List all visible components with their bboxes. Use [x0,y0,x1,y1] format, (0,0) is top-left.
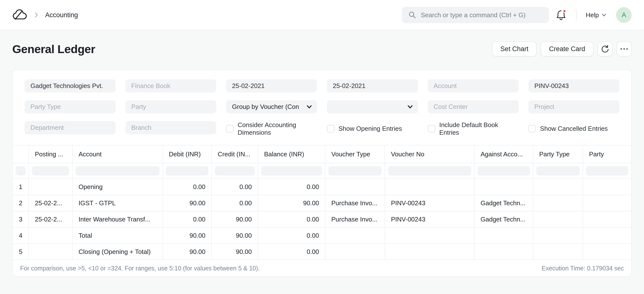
app-logo[interactable] [12,9,28,21]
cell-index: 5 [13,244,29,260]
cell-against-account [474,244,533,260]
col-header-voucher-no[interactable]: Voucher No [385,145,474,163]
cell-voucher-type: Purchase Invo... [325,211,385,227]
checkbox-consider-accounting-dimensions: Consider Accounting Dimensions [226,121,317,136]
cell-account: IGST - GTPL [72,195,163,211]
cell-index: 1 [13,179,29,195]
column-filter-input[interactable] [166,166,208,176]
cell-against-account [474,227,533,244]
cell-party-type [533,211,583,227]
column-filter-row [13,163,631,179]
table-row: 2 25-02-2... IGST - GTPL 90.00 0.00 90.0… [13,195,631,211]
report-footer: For comparison, use >5, <10 or =324. For… [13,260,631,276]
checkbox-show-cancelled-entries: Show Cancelled Entries [528,121,620,136]
cell-posting-date [29,244,72,260]
cell-debit: 90.00 [163,195,212,211]
report-filters: Group by Voucher (Con Consider Accountin… [13,70,631,145]
cell-account: Opening [72,179,163,195]
party-filter[interactable] [126,100,216,113]
company-filter[interactable] [24,79,116,92]
cost-center-filter[interactable] [428,100,519,113]
column-filter-input[interactable] [76,166,160,176]
project-filter[interactable] [528,100,620,113]
department-filter[interactable] [24,121,116,134]
refresh-button[interactable] [597,41,612,57]
column-filter-input[interactable] [16,166,26,176]
chevron-down-icon [601,13,607,17]
cell-against-account: Gadget Techn... [474,195,533,211]
cell-debit: 90.00 [163,227,212,244]
account-filter[interactable] [428,79,519,92]
breadcrumb-item-accounting[interactable]: Accounting [45,11,78,19]
table-header-row: Posting ... Account Debit (INR) Credit (… [13,145,631,163]
cell-credit: 90.00 [212,244,258,260]
column-filter-input[interactable] [586,166,628,176]
checkbox-label: Show Opening Entries [338,125,402,132]
cell-posting-date [29,179,72,195]
checkbox-box[interactable] [528,125,536,132]
checkbox-label: Consider Accounting Dimensions [238,121,317,136]
refresh-icon [600,45,610,53]
col-header-party[interactable]: Party [583,145,631,163]
cell-party [583,179,631,195]
column-filter-input[interactable] [478,166,530,176]
to-date-filter[interactable] [327,79,418,92]
notifications-button[interactable] [556,9,567,21]
cell-debit: 0.00 [163,211,212,227]
cloud-logo-icon [12,9,28,21]
cell-balance: 0.00 [258,211,325,227]
column-filter-input[interactable] [388,166,471,176]
cell-index: 3 [13,211,29,227]
checkbox-box[interactable] [226,125,234,132]
cell-posting-date: 25-02-2... [29,195,72,211]
col-header-party-type[interactable]: Party Type [533,145,583,163]
general-ledger-table: Posting ... Account Debit (INR) Credit (… [13,145,631,260]
voucher-no-filter[interactable] [528,79,620,92]
column-filter-input[interactable] [328,166,382,176]
cell-voucher-type: Purchase Invo... [325,195,385,211]
more-options-button[interactable] [616,41,632,57]
col-header-credit[interactable]: Credit (IN... [212,145,258,163]
cell-against-account: Gadget Techn... [474,211,533,227]
cell-account: Total [72,227,163,244]
cell-balance: 0.00 [258,244,325,260]
from-date-filter[interactable] [226,79,317,92]
avatar[interactable]: A [616,7,632,23]
help-menu[interactable]: Help [586,11,607,19]
set-chart-button[interactable]: Set Chart [492,41,537,57]
col-header-voucher-type[interactable]: Voucher Type [325,145,385,163]
col-header-debit[interactable]: Debit (INR) [163,145,212,163]
cell-account: Closing (Opening + Total) [72,244,163,260]
cell-credit: 0.00 [212,179,258,195]
cell-voucher-no: PINV-00243 [385,211,474,227]
cell-against-account [474,179,533,195]
col-header-against-account[interactable]: Against Acco... [474,145,533,163]
col-header-account[interactable]: Account [72,145,163,163]
column-filter-input[interactable] [215,166,255,176]
global-search-input[interactable]: Search or type a command (Ctrl + G) [402,7,549,23]
col-header-balance[interactable]: Balance (INR) [258,145,325,163]
cell-debit: 90.00 [163,244,212,260]
cell-index: 4 [13,227,29,244]
col-header-posting-date[interactable]: Posting ... [29,145,72,163]
create-card-button[interactable]: Create Card [541,41,594,57]
cell-voucher-no [385,227,474,244]
column-filter-input[interactable] [32,166,69,176]
checkbox-box[interactable] [327,125,334,132]
checkbox-box[interactable] [428,125,436,132]
cell-party [583,227,631,244]
avatar-letter: A [622,11,626,19]
notification-dot [563,9,566,13]
search-icon [408,11,416,19]
page-title: General Ledger [12,42,95,56]
checkbox-show-opening-entries: Show Opening Entries [327,121,418,136]
column-filter-input[interactable] [261,166,322,176]
report-card: Group by Voucher (Con Consider Accountin… [12,70,632,277]
branch-filter[interactable] [126,121,216,134]
column-filter-input[interactable] [536,166,580,176]
group-by-select[interactable]: Group by Voucher (Con [226,100,317,113]
secondary-select[interactable] [327,100,418,113]
finance-book-filter[interactable] [126,79,216,92]
party-type-filter[interactable] [24,100,116,113]
cell-posting-date [29,227,72,244]
